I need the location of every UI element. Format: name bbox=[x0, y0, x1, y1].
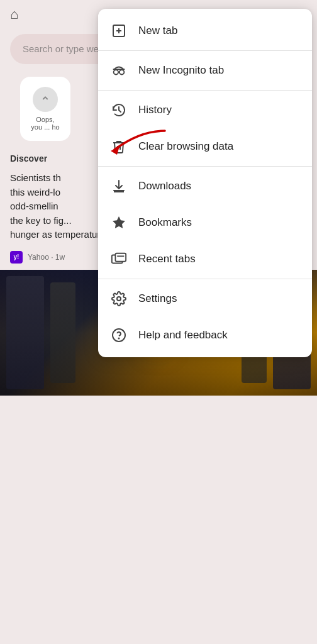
menu-item-settings[interactable]: Settings bbox=[98, 280, 312, 317]
menu-item-bookmarks[interactable]: Bookmarks bbox=[98, 204, 312, 241]
svg-point-8 bbox=[120, 70, 124, 74]
clear-browsing-data-label: Clear browsing data bbox=[138, 140, 233, 153]
help-feedback-label: Help and feedback bbox=[138, 329, 228, 341]
dropdown-menu: New tab New Incognito tab bbox=[98, 9, 312, 357]
history-label: History bbox=[138, 104, 172, 116]
yahoo-badge: y! bbox=[10, 251, 23, 264]
trash-icon bbox=[111, 138, 127, 155]
menu-divider-4 bbox=[98, 279, 312, 279]
menu-item-new-incognito-tab[interactable]: New Incognito tab bbox=[98, 52, 312, 89]
svg-rect-13 bbox=[115, 253, 126, 262]
bookmarks-icon bbox=[111, 214, 127, 231]
menu-divider-3 bbox=[98, 166, 312, 167]
site-card[interactable]: Oops, you ... ho bbox=[20, 77, 70, 141]
history-icon bbox=[111, 102, 127, 118]
svg-marker-11 bbox=[113, 216, 125, 228]
menu-divider-2 bbox=[98, 90, 312, 91]
menu-divider-1 bbox=[98, 50, 312, 51]
menu-item-recent-tabs[interactable]: Recent tabs bbox=[98, 241, 312, 277]
recent-tabs-icon bbox=[111, 251, 127, 267]
svg-point-15 bbox=[117, 297, 121, 301]
site-label: Oops, you ... ho bbox=[30, 116, 60, 131]
help-icon bbox=[111, 327, 127, 343]
site-favicon bbox=[33, 87, 58, 112]
recent-tabs-label: Recent tabs bbox=[138, 253, 196, 265]
home-icon[interactable]: ⌂ bbox=[10, 6, 18, 23]
svg-rect-0 bbox=[40, 94, 51, 105]
downloads-icon bbox=[111, 178, 127, 194]
incognito-icon bbox=[111, 62, 127, 79]
menu-item-history[interactable]: History bbox=[98, 92, 312, 128]
menu-item-new-tab[interactable]: New tab bbox=[98, 13, 312, 49]
settings-label: Settings bbox=[138, 292, 177, 305]
downloads-label: Downloads bbox=[138, 180, 191, 192]
new-tab-label: New tab bbox=[138, 25, 177, 37]
new-incognito-tab-label: New Incognito tab bbox=[138, 64, 224, 77]
settings-icon bbox=[111, 291, 127, 307]
bookmarks-label: Bookmarks bbox=[138, 216, 192, 229]
svg-point-7 bbox=[114, 70, 118, 74]
new-tab-icon bbox=[111, 23, 127, 39]
menu-item-downloads[interactable]: Downloads bbox=[98, 168, 312, 204]
menu-item-clear-browsing-data[interactable]: Clear browsing data bbox=[98, 128, 312, 165]
menu-item-help-feedback[interactable]: Help and feedback bbox=[98, 317, 312, 353]
